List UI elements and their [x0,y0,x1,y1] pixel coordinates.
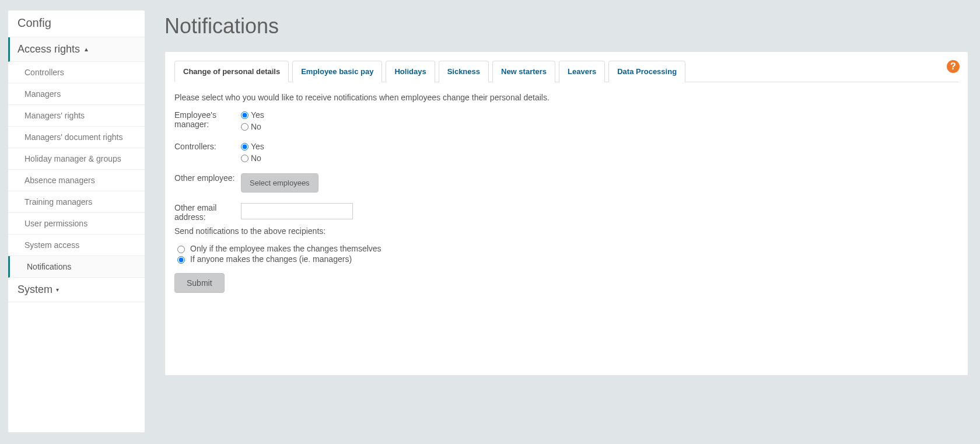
sidebar-section-title-access-rights[interactable]: Access rights ▲ [8,37,145,62]
radio-input-employee-manager-no[interactable] [241,123,249,131]
sidebar-header: Config [8,11,145,37]
label-other-email: Other email address: [174,203,241,222]
label-controllers: Controllers: [174,142,241,151]
row-other-employee: Other employee: Select employees [174,173,958,193]
main-content: Notifications ? Change of personal detai… [164,11,968,432]
radio-employee-manager-no[interactable]: No [241,122,264,131]
intro-text: Please select who you would like to rece… [174,93,958,102]
radio-controllers-no[interactable]: No [241,153,264,163]
tabs: Change of personal details Employee basi… [174,60,958,82]
tab-new-starters[interactable]: New starters [492,61,555,82]
sidebar-item-absence-managers[interactable]: Absence managers [8,170,145,191]
label-send-notifications: Send notifications to the above recipien… [174,226,958,236]
radio-input-only-self[interactable] [177,246,185,253]
help-icon[interactable]: ? [947,60,960,73]
radio-label-anyone: If anyone makes the changes (ie. manager… [190,254,352,264]
tab-content: Please select who you would like to rece… [174,82,958,293]
tab-leavers[interactable]: Leavers [559,61,605,82]
tab-holidays[interactable]: Holidays [386,61,435,82]
submit-button[interactable]: Submit [174,273,225,293]
label-employee-manager: Employee's manager: [174,110,241,129]
tab-change-personal-details[interactable]: Change of personal details [174,61,289,82]
sidebar-item-user-permissions[interactable]: User permissions [8,213,145,235]
sidebar-section-system[interactable]: System ▾ [8,278,145,302]
radio-label-only-self: Only if the employee makes the changes t… [190,244,382,253]
radio-only-self[interactable]: Only if the employee makes the changes t… [174,244,958,253]
sidebar-subitems: Controllers Managers Managers' rights Ma… [8,62,145,278]
radio-label-yes: Yes [251,142,264,151]
radio-controllers-yes[interactable]: Yes [241,142,264,151]
radio-label-no: No [251,122,261,131]
tab-data-processing[interactable]: Data Processing [608,61,685,82]
row-controllers: Controllers: Yes No [174,142,958,163]
sidebar-item-holiday-manager-groups[interactable]: Holiday manager & groups [8,148,145,170]
sidebar-item-system-access[interactable]: System access [8,235,145,256]
label-other-employee: Other employee: [174,173,241,183]
sidebar-section-label: Access rights [18,43,80,55]
chevron-up-icon: ▲ [83,46,89,53]
sidebar-section-access-rights[interactable]: Access rights ▲ Controllers Managers Man… [8,37,145,278]
panel: ? Change of personal details Employee ba… [164,51,968,376]
radio-employee-manager-yes[interactable]: Yes [241,110,264,120]
row-other-email: Other email address: [174,203,958,222]
radio-input-controllers-yes[interactable] [241,143,249,151]
row-employee-manager: Employee's manager: Yes No [174,110,958,131]
other-email-input[interactable] [241,203,353,219]
sidebar-item-managers[interactable]: Managers [8,83,145,105]
radio-label-yes: Yes [251,110,264,120]
radio-input-employee-manager-yes[interactable] [241,111,249,119]
sidebar-item-notifications[interactable]: Notifications [8,256,145,278]
radio-input-anyone[interactable] [177,256,185,264]
sidebar-section-title-system[interactable]: System ▾ [8,278,145,302]
radio-input-controllers-no[interactable] [241,155,249,162]
sidebar-item-controllers[interactable]: Controllers [8,62,145,83]
sidebar-item-managers-rights[interactable]: Managers' rights [8,105,145,127]
select-employees-button[interactable]: Select employees [241,173,318,193]
sidebar: Config Access rights ▲ Controllers Manag… [8,11,145,432]
radio-label-no: No [251,153,261,163]
sidebar-item-managers-document-rights[interactable]: Managers' document rights [8,127,145,148]
page-title: Notifications [164,14,968,39]
sidebar-item-training-managers[interactable]: Training managers [8,191,145,213]
radio-anyone[interactable]: If anyone makes the changes (ie. manager… [174,254,958,264]
sidebar-section-label: System [18,284,52,296]
chevron-down-icon: ▾ [56,286,59,293]
tab-sickness[interactable]: Sickness [439,61,489,82]
tab-employee-basic-pay[interactable]: Employee basic pay [292,61,382,82]
